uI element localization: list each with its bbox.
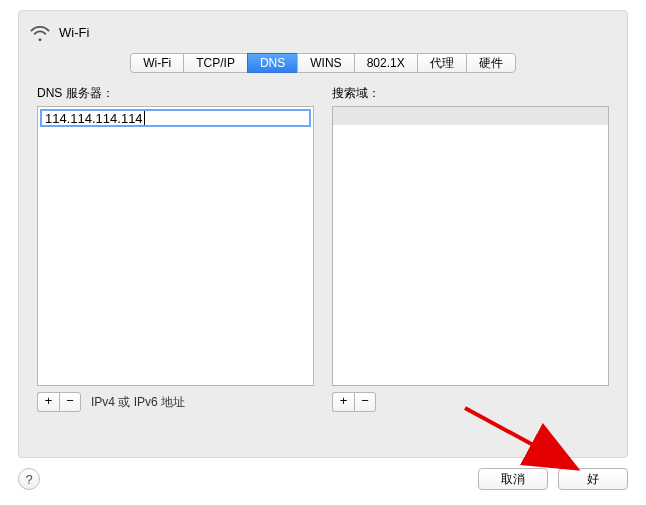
dns-footer-hint: IPv4 或 IPv6 地址 (91, 394, 185, 411)
search-remove-button[interactable]: − (354, 392, 376, 412)
wifi-icon (29, 23, 51, 41)
dialog-button-bar: ? 取消 好 (18, 465, 646, 493)
tab-proxy[interactable]: 代理 (417, 53, 466, 73)
tab-wifi[interactable]: Wi-Fi (130, 53, 183, 73)
dns-servers-list[interactable]: 114.114.114.114 (37, 106, 314, 386)
dns-add-button[interactable]: + (37, 392, 59, 412)
tab-dns[interactable]: DNS (247, 53, 297, 73)
dns-servers-label: DNS 服务器： (37, 85, 314, 102)
ok-button[interactable]: 好 (558, 468, 628, 490)
dns-servers-column: DNS 服务器： 114.114.114.114 + − IPv4 或 IPv6… (37, 85, 314, 412)
network-advanced-panel: Wi-Fi Wi-Fi TCP/IP DNS WINS 802.1X 代理 硬件… (18, 10, 628, 458)
panel-title: Wi-Fi (59, 25, 89, 40)
help-icon: ? (25, 472, 32, 487)
search-domains-label: 搜索域： (332, 85, 609, 102)
search-add-button[interactable]: + (332, 392, 354, 412)
help-button[interactable]: ? (18, 468, 40, 490)
search-domains-list[interactable] (332, 106, 609, 386)
dns-server-input-value: 114.114.114.114 (45, 111, 143, 126)
tab-hardware[interactable]: 硬件 (466, 53, 516, 73)
cancel-button[interactable]: 取消 (478, 468, 548, 490)
search-domains-column: 搜索域： + − (332, 85, 609, 412)
tab-tcpip[interactable]: TCP/IP (183, 53, 247, 73)
tab-wins[interactable]: WINS (297, 53, 353, 73)
text-cursor (144, 111, 145, 125)
tab-8021x[interactable]: 802.1X (354, 53, 417, 73)
panel-header: Wi-Fi (19, 11, 627, 49)
dns-remove-button[interactable]: − (59, 392, 81, 412)
tab-bar: Wi-Fi TCP/IP DNS WINS 802.1X 代理 硬件 (19, 53, 627, 73)
dns-server-input[interactable]: 114.114.114.114 (40, 109, 311, 127)
